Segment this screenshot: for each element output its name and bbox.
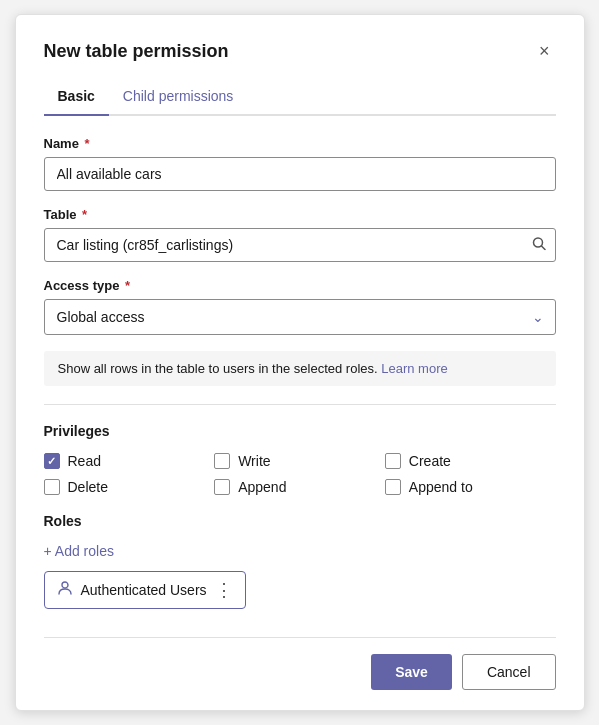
tab-child-permissions[interactable]: Child permissions xyxy=(109,80,247,114)
privilege-append-checkbox[interactable] xyxy=(214,479,230,495)
privileges-title: Privileges xyxy=(44,423,556,439)
role-chip-more-button[interactable]: ⋮ xyxy=(215,579,233,601)
access-type-info-box: Show all rows in the table to users in t… xyxy=(44,351,556,386)
table-field-group: Table * xyxy=(44,207,556,262)
divider-1 xyxy=(44,404,556,405)
tab-basic[interactable]: Basic xyxy=(44,80,109,114)
new-table-permission-dialog: New table permission × Basic Child permi… xyxy=(15,14,585,711)
close-button[interactable]: × xyxy=(533,39,556,64)
role-chip-authenticated-users: Authenticated Users ⋮ xyxy=(44,571,246,609)
privileges-grid: Read Write Create Delete Append Append t xyxy=(44,453,556,495)
role-chip-label: Authenticated Users xyxy=(81,582,207,598)
dialog-title: New table permission xyxy=(44,41,229,62)
privilege-append-to[interactable]: Append to xyxy=(385,479,556,495)
privileges-group: Privileges Read Write Create Delete Appe… xyxy=(44,423,556,495)
privilege-append[interactable]: Append xyxy=(214,479,385,495)
privilege-append-to-label: Append to xyxy=(409,479,473,495)
svg-point-2 xyxy=(62,582,68,588)
name-field-group: Name * xyxy=(44,136,556,191)
cancel-button[interactable]: Cancel xyxy=(462,654,556,690)
privilege-delete[interactable]: Delete xyxy=(44,479,215,495)
dialog-footer: Save Cancel xyxy=(44,637,556,690)
roles-group: Roles + Add roles Authenticated Users ⋮ xyxy=(44,513,556,609)
access-type-field-group: Access type * Global access Owner Parent… xyxy=(44,278,556,335)
privilege-write-checkbox[interactable] xyxy=(214,453,230,469)
svg-line-1 xyxy=(541,246,545,250)
table-input[interactable] xyxy=(44,228,556,262)
table-required-star: * xyxy=(79,207,88,222)
learn-more-link[interactable]: Learn more xyxy=(381,361,447,376)
access-type-required-star: * xyxy=(121,278,130,293)
access-type-select[interactable]: Global access Owner Parent: Child of own… xyxy=(44,299,556,335)
privilege-create-label: Create xyxy=(409,453,451,469)
privilege-append-label: Append xyxy=(238,479,286,495)
add-roles-button[interactable]: + Add roles xyxy=(44,543,114,559)
privilege-write-label: Write xyxy=(238,453,270,469)
save-button[interactable]: Save xyxy=(371,654,452,690)
privilege-create[interactable]: Create xyxy=(385,453,556,469)
search-icon xyxy=(532,237,546,251)
user-icon xyxy=(57,580,73,600)
name-input[interactable] xyxy=(44,157,556,191)
privilege-write[interactable]: Write xyxy=(214,453,385,469)
privilege-create-checkbox[interactable] xyxy=(385,453,401,469)
privilege-read-label: Read xyxy=(68,453,101,469)
roles-title: Roles xyxy=(44,513,556,529)
access-type-select-wrapper: Global access Owner Parent: Child of own… xyxy=(44,299,556,335)
privilege-delete-checkbox[interactable] xyxy=(44,479,60,495)
privilege-append-to-checkbox[interactable] xyxy=(385,479,401,495)
privilege-read-checkbox[interactable] xyxy=(44,453,60,469)
name-label: Name * xyxy=(44,136,556,151)
table-search-button[interactable] xyxy=(532,237,546,254)
dialog-header: New table permission × xyxy=(44,39,556,64)
privilege-read[interactable]: Read xyxy=(44,453,215,469)
table-input-wrapper xyxy=(44,228,556,262)
tab-bar: Basic Child permissions xyxy=(44,80,556,116)
access-type-label: Access type * xyxy=(44,278,556,293)
privilege-delete-label: Delete xyxy=(68,479,108,495)
table-label: Table * xyxy=(44,207,556,222)
name-required-star: * xyxy=(81,136,90,151)
